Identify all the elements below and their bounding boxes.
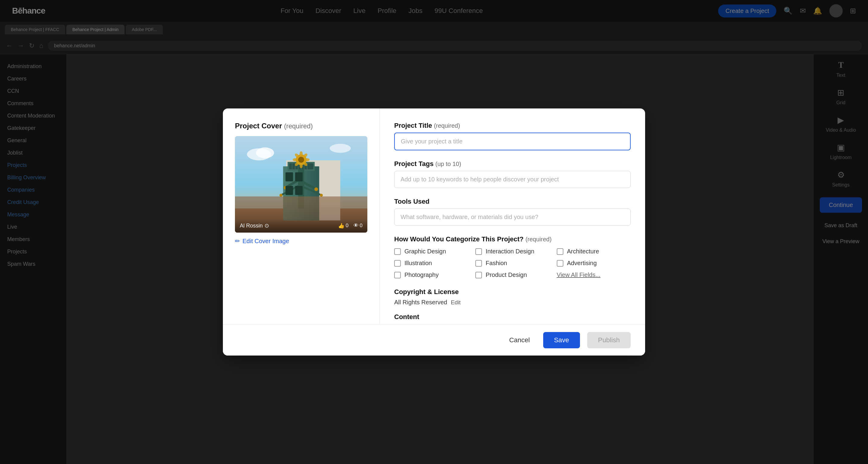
view-all-link[interactable]: View All Fields...: [557, 271, 600, 278]
project-modal: Project Cover (required): [223, 108, 645, 356]
modal-body: Project Cover (required): [223, 108, 645, 325]
cover-stats: 👍 0 👁 0: [338, 223, 363, 229]
category-architecture[interactable]: Architecture: [557, 248, 631, 255]
project-tags-label: Project Tags (up to 10): [394, 160, 631, 168]
views-stat: 👁 0: [353, 223, 363, 229]
likes-count: 0: [346, 223, 348, 229]
svg-rect-34: [286, 172, 293, 181]
cover-section-title: Project Cover (required): [235, 122, 367, 130]
category-product-design[interactable]: Product Design: [475, 271, 549, 278]
svg-point-17: [300, 151, 303, 156]
project-tags-sublabel: (up to 10): [435, 161, 461, 167]
project-title-group: Project Title (required): [394, 122, 631, 151]
svg-rect-35: [295, 172, 303, 181]
checkbox-illustration[interactable]: [394, 260, 401, 267]
cover-author: Al Rossin ⊙: [240, 222, 269, 229]
category-photography[interactable]: Photography: [394, 271, 468, 278]
category-graphic-design[interactable]: Graphic Design: [394, 248, 468, 255]
content-label: Content: [394, 313, 631, 321]
likes-icon: 👍: [338, 223, 344, 229]
views-count: 0: [360, 223, 363, 229]
cover-image-container: Al Rossin ⊙ 👍 0 👁 0: [235, 136, 367, 233]
svg-point-32: [280, 194, 283, 197]
category-interaction-design[interactable]: Interaction Design: [475, 248, 549, 255]
project-title-label: Project Title (required): [394, 122, 631, 130]
checkbox-fashion[interactable]: [475, 260, 482, 267]
tools-used-input[interactable]: [394, 208, 631, 226]
category-label-product-design: Product Design: [486, 271, 527, 278]
copyright-edit-button[interactable]: Edit: [451, 299, 461, 306]
category-title: How Would You Categorize This Project? (…: [394, 235, 631, 243]
svg-rect-36: [286, 186, 293, 195]
category-label-photography: Photography: [404, 271, 438, 278]
project-title-required: (required): [434, 122, 460, 129]
checkbox-photography[interactable]: [394, 272, 401, 278]
copyright-label: Copyright & License: [394, 288, 631, 296]
tools-used-group: Tools Used: [394, 198, 631, 226]
content-section: Content: [394, 313, 631, 321]
copyright-value: All Rights Reserved: [394, 299, 447, 306]
views-icon: 👁: [353, 223, 359, 229]
category-section: How Would You Categorize This Project? (…: [394, 235, 631, 278]
cover-overlay: Al Rossin ⊙ 👍 0 👁 0: [235, 219, 367, 233]
copyright-section: Copyright & License All Rights Reserved …: [394, 288, 631, 306]
category-illustration[interactable]: Illustration: [394, 260, 468, 267]
cover-art-svg: [235, 136, 367, 233]
copyright-row: All Rights Reserved Edit: [394, 299, 631, 306]
category-advertising[interactable]: Advertising: [557, 260, 631, 267]
edit-cover-button[interactable]: ✏ Edit Cover Image: [235, 237, 367, 245]
svg-point-20: [305, 158, 309, 161]
project-tags-group: Project Tags (up to 10): [394, 160, 631, 188]
category-label-fashion: Fashion: [486, 260, 507, 267]
publish-button[interactable]: Publish: [587, 332, 631, 348]
category-fashion[interactable]: Fashion: [475, 260, 549, 267]
cover-required-label: (required): [284, 122, 313, 130]
category-label-graphic-design: Graphic Design: [404, 248, 446, 255]
svg-point-31: [314, 188, 318, 191]
save-button[interactable]: Save: [543, 332, 580, 348]
category-grid: Graphic Design Interaction Design Archit…: [394, 248, 631, 278]
category-required: (required): [525, 236, 552, 242]
author-name: Al Rossin: [240, 223, 263, 229]
category-label-illustration: Illustration: [404, 260, 432, 267]
svg-point-3: [330, 144, 351, 153]
modal-footer: Cancel Save Publish: [223, 325, 645, 356]
cancel-button[interactable]: Cancel: [503, 333, 536, 348]
checkbox-product-design[interactable]: [475, 272, 482, 278]
project-tags-input[interactable]: [394, 171, 631, 188]
likes-stat: 👍 0: [338, 223, 348, 229]
svg-point-16: [298, 157, 304, 163]
pencil-icon: ✏: [235, 237, 240, 245]
verified-icon: ⊙: [265, 222, 269, 229]
svg-point-2: [256, 147, 274, 158]
tools-used-label: Tools Used: [394, 198, 631, 205]
category-label-interaction-design: Interaction Design: [486, 248, 534, 255]
checkbox-graphic-design[interactable]: [394, 248, 401, 255]
checkbox-advertising[interactable]: [557, 260, 563, 267]
modal-overlay: Project Cover (required): [0, 0, 868, 464]
svg-point-33: [320, 194, 323, 197]
svg-rect-37: [295, 186, 303, 195]
checkbox-interaction-design[interactable]: [475, 248, 482, 255]
checkbox-architecture[interactable]: [557, 248, 563, 255]
modal-cover-section: Project Cover (required): [223, 108, 380, 325]
project-title-input[interactable]: [394, 133, 631, 151]
category-label-advertising: Advertising: [567, 260, 597, 267]
category-label-architecture: Architecture: [567, 248, 599, 255]
svg-point-18: [300, 163, 303, 168]
modal-form-section: Project Title (required) Project Tags (u…: [380, 108, 645, 325]
svg-point-19: [293, 158, 298, 161]
view-all-fields[interactable]: View All Fields...: [557, 271, 631, 278]
